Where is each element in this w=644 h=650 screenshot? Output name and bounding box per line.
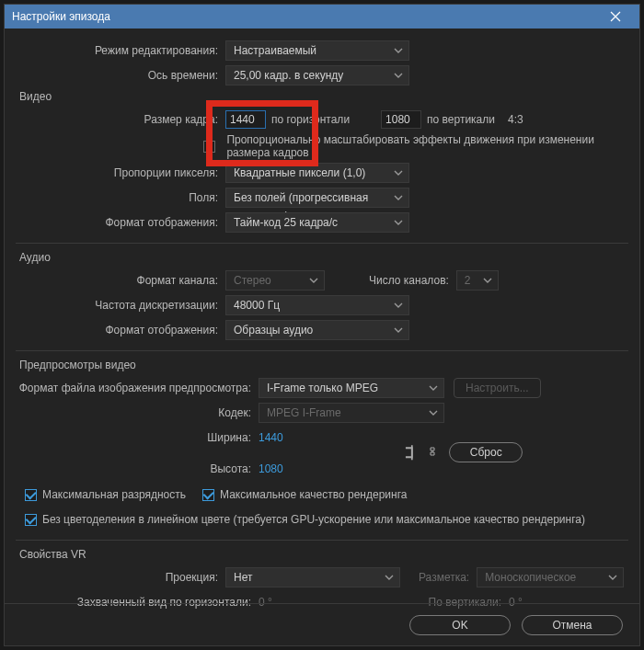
layout-label: Разметка: (419, 571, 469, 584)
chevron-down-icon (429, 385, 438, 391)
timeline-select[interactable]: 25,00 кадр. в секунду (225, 65, 409, 86)
preview-height-value[interactable]: 1080 (259, 462, 283, 475)
linear-color-label: Без цветоделения в линейном цвете (требу… (42, 513, 585, 526)
preview-file-format-label: Формат файла изображения предпросмотра: (16, 382, 259, 394)
link-icon[interactable] (427, 444, 438, 462)
sample-rate-select[interactable]: 48000 Гц (225, 295, 409, 315)
reset-button[interactable]: Сброс (449, 442, 523, 462)
channels-select: 2 (456, 270, 499, 291)
channel-format-select: Стерео (225, 270, 325, 291)
chevron-down-icon (394, 170, 403, 176)
pixel-aspect-select[interactable]: Квадратные пиксели (1,0) (225, 163, 409, 183)
fields-select[interactable]: Без полей (прогрессивная развертка) (225, 188, 409, 208)
layout-select: Моноскопическое (477, 567, 624, 587)
titlebar: Настройки эпизода (5, 5, 639, 29)
scale-effects-checkbox[interactable] (203, 141, 215, 153)
chevron-down-icon (394, 73, 403, 78)
codec-select: MPEG I-Frame (259, 403, 444, 423)
video-display-format-label: Формат отображения: (16, 216, 225, 229)
preview-width-label: Ширина: (16, 431, 259, 444)
chevron-down-icon (394, 48, 403, 53)
frame-height-input[interactable] (381, 110, 421, 129)
chevron-down-icon (394, 195, 403, 200)
frame-width-suffix: по горизонтали (271, 113, 350, 126)
max-quality-label: Максимальное качество рендеринга (220, 488, 407, 501)
preview-height-label: Высота: (16, 462, 259, 475)
chevron-down-icon (429, 410, 438, 416)
edit-mode-label: Режим редактирования: (16, 44, 225, 57)
chevron-down-icon (394, 220, 403, 225)
chevron-down-icon (309, 278, 318, 283)
frame-size-label: Размер кадра: (16, 113, 225, 126)
scale-effects-label: Пропорционально масштабировать эффекты д… (226, 133, 628, 159)
channel-format-label: Формат канала: (16, 274, 225, 287)
audio-display-format-select[interactable]: Образцы аудио (225, 320, 409, 340)
audio-display-format-label: Формат отображения: (16, 324, 225, 336)
video-section-title: Видео (19, 90, 628, 103)
projection-label: Проекция: (16, 571, 225, 584)
codec-label: Кодек: (16, 406, 259, 419)
preview-file-format-select[interactable]: I-Frame только MPEG (259, 378, 444, 398)
audio-section-title: Аудио (19, 251, 628, 264)
dialog-footer: OK Отмена (5, 603, 639, 645)
linear-color-checkbox[interactable] (25, 514, 37, 526)
configure-button: Настроить... (454, 378, 541, 398)
edit-mode-select[interactable]: Настраиваемый (225, 40, 409, 61)
chevron-down-icon (483, 278, 492, 283)
pixel-aspect-label: Пропорции пикселя: (16, 166, 225, 179)
chevron-down-icon (394, 302, 403, 308)
close-button[interactable] (599, 5, 632, 29)
timeline-label: Ось времени: (16, 69, 225, 82)
chevron-down-icon (608, 575, 617, 580)
chevron-down-icon (394, 327, 403, 333)
video-display-format-select[interactable]: Тайм-код 25 кадра/с (225, 212, 409, 233)
vr-section-title: Свойства VR (19, 548, 628, 561)
aspect-ratio: 4:3 (508, 113, 523, 126)
window-title: Настройки эпизода (12, 10, 599, 23)
cancel-button[interactable]: Отмена (522, 615, 623, 635)
preview-section-title: Предпросмотры видео (19, 359, 628, 371)
sequence-settings-dialog: Настройки эпизода Режим редактирования: … (4, 4, 640, 646)
frame-width-input[interactable] (225, 110, 266, 129)
projection-select[interactable]: Нет (225, 567, 400, 587)
frame-height-suffix: по вертикали (427, 113, 495, 126)
fields-label: Поля: (16, 191, 225, 204)
channels-label: Число каналов: (369, 274, 449, 287)
sample-rate-label: Частота дискретизации: (16, 299, 225, 312)
max-quality-checkbox[interactable] (202, 489, 214, 501)
max-depth-label: Максимальная разрядность (42, 488, 186, 501)
ok-button[interactable]: OK (409, 615, 511, 635)
bracket-bot: ┘ (406, 453, 418, 462)
close-icon (610, 11, 621, 22)
preview-width-value[interactable]: 1440 (259, 431, 283, 444)
chevron-down-icon (385, 575, 394, 580)
max-depth-checkbox[interactable] (25, 489, 37, 501)
